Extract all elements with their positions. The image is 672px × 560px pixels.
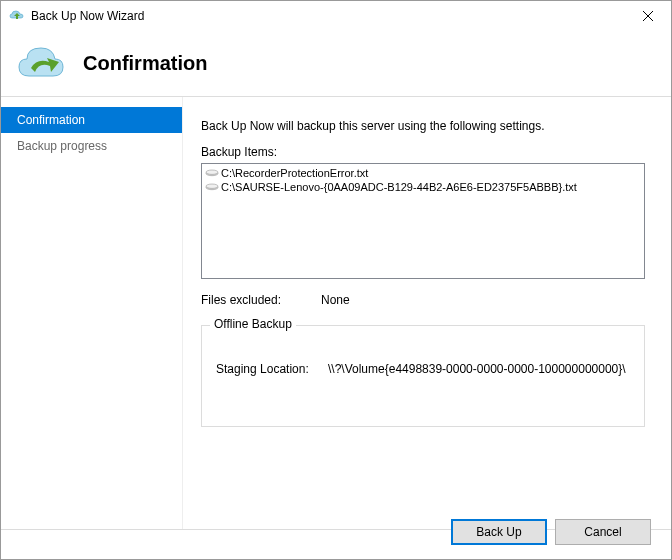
button-bar: Back Up Cancel	[451, 519, 651, 545]
list-item-text: C:\SAURSE-Lenovo-{0AA09ADC-B129-44B2-A6E…	[221, 180, 577, 194]
intro-text: Back Up Now will backup this server usin…	[201, 119, 645, 133]
titlebar: Back Up Now Wizard	[1, 1, 671, 31]
page-title: Confirmation	[83, 52, 207, 75]
wizard-header: Confirmation	[1, 31, 671, 97]
svg-point-5	[206, 184, 218, 188]
cancel-button[interactable]: Cancel	[555, 519, 651, 545]
window-title: Back Up Now Wizard	[31, 9, 625, 23]
file-icon	[205, 168, 219, 179]
offline-backup-legend: Offline Backup	[210, 317, 296, 331]
files-excluded-value: None	[321, 293, 350, 307]
wizard-steps-sidebar: Confirmation Backup progress	[1, 97, 183, 529]
back-up-button[interactable]: Back Up	[451, 519, 547, 545]
staging-value: \\?\Volume{e4498839-0000-0000-0000-10000…	[328, 362, 626, 376]
list-item-text: C:\RecorderProtectionError.txt	[221, 166, 368, 180]
close-button[interactable]	[625, 1, 671, 31]
backup-items-label: Backup Items:	[201, 145, 645, 159]
files-excluded-row: Files excluded: None	[201, 293, 645, 307]
cloud-backup-icon	[17, 44, 65, 84]
content-area: Confirmation Backup progress Back Up Now…	[1, 97, 671, 529]
list-item[interactable]: C:\SAURSE-Lenovo-{0AA09ADC-B129-44B2-A6E…	[204, 180, 642, 194]
button-label: Back Up	[476, 525, 521, 539]
staging-label: Staging Location:	[216, 362, 328, 376]
sidebar-item-label: Backup progress	[17, 139, 107, 153]
app-icon	[9, 8, 25, 24]
button-label: Cancel	[584, 525, 621, 539]
file-icon	[205, 182, 219, 193]
sidebar-item-confirmation[interactable]: Confirmation	[1, 107, 182, 133]
sidebar-item-label: Confirmation	[17, 113, 85, 127]
offline-backup-group: Offline Backup Staging Location: \\?\Vol…	[201, 325, 645, 427]
backup-items-list[interactable]: C:\RecorderProtectionError.txt C:\SAURSE…	[201, 163, 645, 279]
close-icon	[643, 11, 653, 21]
svg-point-3	[206, 170, 218, 174]
staging-row: Staging Location: \\?\Volume{e4498839-00…	[216, 362, 630, 376]
sidebar-item-backup-progress[interactable]: Backup progress	[1, 133, 182, 159]
list-item[interactable]: C:\RecorderProtectionError.txt	[204, 166, 642, 180]
files-excluded-label: Files excluded:	[201, 293, 321, 307]
main-panel: Back Up Now will backup this server usin…	[183, 97, 671, 529]
